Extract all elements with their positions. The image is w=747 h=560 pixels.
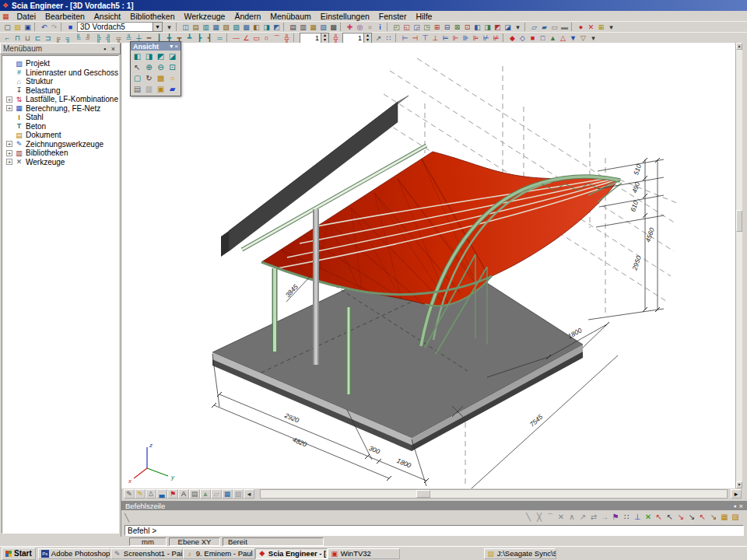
command-input[interactable]: Befehl > (124, 525, 744, 536)
redo-icon[interactable]: ↷ (49, 23, 59, 32)
angle-snap-icon[interactable]: ∧ (566, 513, 577, 523)
expand-icon[interactable]: + (6, 150, 12, 156)
info-icon[interactable]: i (375, 23, 385, 32)
ucs-manager-icon[interactable]: ▰ (539, 23, 549, 32)
view-axo-icon[interactable]: ⊠ (452, 23, 462, 32)
mirror-icon[interactable]: ┣ (195, 33, 205, 43)
visibility-filter-icon[interactable]: ◧ (251, 23, 261, 32)
wireframe-view-icon[interactable]: ◫ (181, 23, 191, 32)
abc-label-icon[interactable]: A (178, 489, 189, 499)
snap-intersection-icon[interactable]: ↘ (675, 513, 686, 523)
wall-icon[interactable]: ⊏ (33, 33, 43, 43)
graph-display-icon[interactable]: ▃ (156, 489, 167, 499)
menu-menubaum[interactable]: Menübaum (265, 12, 316, 21)
layer-manager-icon[interactable]: ▱ (529, 23, 539, 32)
opening-icon[interactable]: ⊐ (43, 33, 53, 43)
zoom-window-icon[interactable]: ⊡ (167, 62, 178, 73)
save-icon[interactable]: ▣ (23, 23, 33, 32)
close-icon[interactable]: × (109, 45, 117, 53)
display-settings-icon[interactable]: ◩ (272, 23, 282, 32)
snap-points-icon[interactable]: ✕ (643, 513, 654, 523)
snap-arc-center-icon[interactable]: ↘ (708, 513, 719, 523)
scale-spinner-1[interactable]: 1 ▴▾ (300, 33, 329, 44)
spinner-down-icon[interactable]: ▾ (321, 38, 328, 43)
print-icon[interactable]: ▤ (288, 23, 298, 32)
cross-section-icon[interactable]: ╠ (93, 33, 103, 43)
result-deformation-icon[interactable]: ◆ (507, 33, 517, 43)
measure-icon[interactable]: ⌗ (365, 23, 375, 32)
close-mode-icon[interactable]: ✕ (556, 513, 566, 523)
view-left-icon[interactable]: ◲ (412, 23, 422, 32)
menu-bibliotheken[interactable]: Bibliotheken (125, 12, 179, 21)
menu-einstellungen[interactable]: Einstellungen (316, 12, 374, 21)
task-music[interactable]: ♪ 9. Eminem - Paul (Skit) - ... (183, 548, 255, 559)
sidebar-item-zeichnungswerkzeuge[interactable]: + ✎ Zeichnungswerkzeuge (2, 140, 118, 149)
line-mode-icon[interactable]: ╲ (523, 513, 534, 523)
support-hinged-icon[interactable]: ⊣ (410, 33, 420, 43)
expand-icon[interactable] (6, 69, 12, 75)
mesh-generate-icon[interactable]: ▲ (548, 33, 558, 43)
sidebar-item-dokument[interactable]: ▤ Dokument (2, 131, 118, 140)
menu-ansicht[interactable]: Ansicht (89, 12, 125, 21)
select-by-property-icon[interactable]: ✚ (345, 23, 355, 32)
sidebar-item-projekt[interactable]: ▧ Projekt (2, 59, 118, 68)
node-icon[interactable]: ╣ (103, 33, 114, 43)
scroll-up-icon[interactable]: ▴ (736, 43, 742, 50)
extend-icon[interactable]: ┻ (184, 33, 195, 43)
menu-datei[interactable]: Datei (12, 12, 41, 21)
draw-angle-icon[interactable]: ∠ (241, 33, 251, 43)
zoom-cursor-icon[interactable]: ↖ (132, 62, 143, 73)
scroll-right-icon[interactable]: ▸ (731, 489, 742, 499)
sidebar-item-beton[interactable]: T Beton (2, 122, 118, 131)
result-reactions-icon[interactable]: □ (538, 33, 548, 43)
light-icon[interactable]: ○ (167, 73, 178, 84)
spinner-1-arrows[interactable]: ▴▾ (321, 33, 328, 43)
window-overflow-icon[interactable]: ▾ (513, 23, 523, 32)
line-grid-icon[interactable]: ⊥ (632, 513, 643, 523)
zoom-out-icon[interactable]: ⊖ (155, 62, 167, 73)
ansicht-palette[interactable]: Ansicht ▾ × ◧◨◩◪↖⊕⊖⊡▢↻▩○▤▥▣▰ (130, 41, 181, 96)
plate-icon[interactable]: ⊔ (23, 33, 33, 43)
grid-settings-icon[interactable]: ▭ (549, 23, 559, 32)
dot-grid-toggle-icon[interactable]: ∷ (384, 33, 394, 43)
axis-display-icon[interactable]: ∆ (146, 489, 156, 499)
viewport-vertical-scrollbar[interactable]: ▴ ▾ (735, 43, 742, 488)
expand-icon[interactable] (6, 87, 12, 93)
sidebar-item-berechnung[interactable]: + ▦ Berechnung, FE-Netz (2, 104, 118, 114)
expand-icon[interactable]: + (6, 159, 12, 165)
window-cascade-icon[interactable]: ◧ (472, 23, 482, 32)
expand-icon[interactable] (6, 132, 12, 138)
load-surface-icon[interactable]: ⊪ (461, 33, 471, 43)
vertical-scroll-thumb[interactable] (736, 210, 742, 232)
arc-mode-icon[interactable]: ⌒ (545, 513, 556, 523)
expand-icon[interactable] (6, 114, 12, 121)
refresh-icon[interactable]: ● (576, 23, 586, 32)
sidebar-item-werkzeuge[interactable]: + ✕ Werkzeuge (2, 158, 118, 167)
task-explorer[interactable]: ▨ J:\Seagate Sync\SyncRe... (484, 548, 556, 559)
hidden-line-icon[interactable]: ▥ (201, 23, 211, 32)
sidebar-item-struktur[interactable]: ⌂ Struktur (2, 77, 118, 86)
grid-step-icon[interactable]: ╬ (331, 33, 341, 43)
gallery-icon[interactable]: ▦ (308, 23, 318, 32)
view-back-icon[interactable]: ◱ (402, 23, 412, 32)
structure-layers-icon[interactable]: ▧ (221, 23, 231, 32)
table-edit-icon[interactable]: ▦ (719, 513, 730, 523)
model-data-icon[interactable]: ◨ (261, 23, 272, 32)
curve-input-icon[interactable]: → (599, 513, 610, 523)
draw-arc-icon[interactable]: ⌒ (272, 33, 282, 43)
scroll-down-icon[interactable]: ▾ (736, 481, 742, 488)
working-plane-panel[interactable]: Ebene XY (169, 537, 220, 546)
combo-dropdown-icon[interactable]: ▾ (153, 23, 162, 31)
mesh-refine-icon[interactable]: △ (558, 33, 568, 43)
print-view-icon[interactable]: ▤ (189, 489, 200, 499)
active-view-combo[interactable]: 3D Vordach5 ▾ (77, 22, 163, 32)
title-bar[interactable]: ❖ Scia Engineer - [3D Vordach5 : 1] (0, 0, 747, 11)
load-temperature-icon[interactable]: ⊫ (471, 33, 481, 43)
task-photoshop[interactable]: Ps Adobe Photoshop CS3 E... (38, 548, 110, 559)
load-snow-icon[interactable]: ⊭ (491, 33, 501, 43)
haunch-icon[interactable]: ╝ (83, 33, 93, 43)
scale-spinner-2[interactable]: 1 ▴▾ (342, 33, 372, 44)
expand-icon[interactable] (6, 123, 12, 129)
result-stress-icon[interactable]: ■ (528, 33, 538, 43)
expand-icon[interactable]: + (6, 96, 12, 103)
